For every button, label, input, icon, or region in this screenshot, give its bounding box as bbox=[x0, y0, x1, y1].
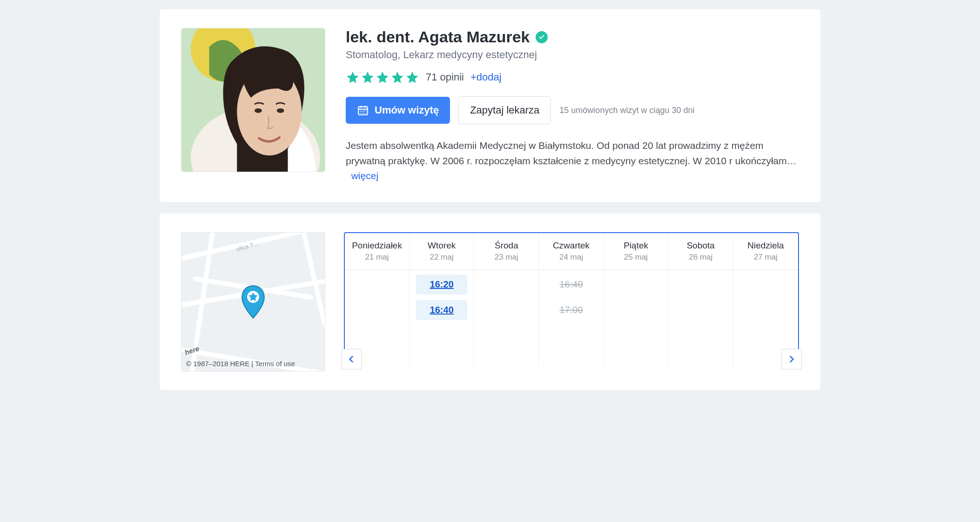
calendar-day-header: Sobota26 maj bbox=[669, 233, 733, 269]
book-appointment-button[interactable]: Umów wizytę bbox=[346, 97, 450, 124]
calendar-day-header: Poniedziałek21 maj bbox=[345, 233, 409, 269]
calendar-day-header: Wtorek22 maj bbox=[409, 233, 474, 269]
profile-card: lek. dent. Agata Mazurek Stomatolog, Lek… bbox=[160, 9, 820, 202]
visits-note: 15 umówionych wizyt w ciągu 30 dni bbox=[559, 106, 694, 115]
day-of-week: Sobota bbox=[671, 241, 731, 251]
day-of-week: Poniedziałek bbox=[347, 241, 407, 251]
star-rating bbox=[346, 70, 419, 84]
star-icon bbox=[346, 70, 360, 84]
calendar-next-button[interactable] bbox=[781, 349, 802, 369]
star-icon bbox=[361, 70, 375, 84]
day-date: 25 maj bbox=[606, 253, 666, 262]
time-slot[interactable]: 16:40 bbox=[416, 300, 467, 320]
svg-point-15 bbox=[362, 113, 363, 114]
specialty: Stomatolog, Lekarz medycyny estetycznej bbox=[346, 49, 799, 61]
calendar-day-column bbox=[604, 270, 669, 368]
star-icon bbox=[390, 70, 404, 84]
time-slot-unavailable: 17:00 bbox=[546, 300, 597, 320]
day-of-week: Piątek bbox=[606, 241, 666, 251]
chevron-right-icon bbox=[787, 355, 796, 364]
day-date: 26 maj bbox=[671, 253, 731, 262]
day-date: 22 maj bbox=[411, 253, 472, 262]
calendar-prev-button[interactable] bbox=[341, 349, 362, 369]
bio-text: Jestem absolwentką Akademii Medycznej w … bbox=[346, 140, 797, 166]
calendar-day-column: 16:2016:40 bbox=[409, 270, 474, 368]
day-date: 21 maj bbox=[347, 253, 407, 262]
day-of-week: Wtorek bbox=[411, 241, 472, 251]
star-icon bbox=[376, 70, 389, 84]
calendar-day-column bbox=[669, 270, 733, 368]
doctor-name: lek. dent. Agata Mazurek bbox=[346, 28, 530, 46]
verified-icon bbox=[536, 31, 548, 43]
svg-point-11 bbox=[361, 111, 362, 112]
map[interactable]: ulica T… here © 1987–2018 HERE | Terms o… bbox=[181, 232, 325, 372]
calendar-day-header: Niedziela27 maj bbox=[733, 233, 798, 269]
day-of-week: Czwartek bbox=[541, 241, 601, 251]
day-of-week: Środa bbox=[476, 241, 537, 251]
day-date: 27 maj bbox=[735, 253, 796, 262]
calendar-day-header: Piątek25 maj bbox=[604, 233, 669, 269]
avatar[interactable] bbox=[181, 28, 325, 172]
schedule-card: ulica T… here © 1987–2018 HERE | Terms o… bbox=[160, 214, 820, 390]
more-link[interactable]: więcej bbox=[351, 170, 378, 181]
svg-point-13 bbox=[364, 111, 365, 112]
book-appointment-label: Umów wizytę bbox=[375, 104, 439, 116]
time-slot[interactable]: 16:20 bbox=[416, 274, 467, 294]
star-icon bbox=[405, 70, 419, 84]
calendar-day-header: Środa23 maj bbox=[474, 233, 539, 269]
svg-point-16 bbox=[364, 113, 365, 114]
ask-doctor-button[interactable]: Zapytaj lekarza bbox=[458, 96, 551, 124]
calendar-day-header: Czwartek24 maj bbox=[539, 233, 604, 269]
day-date: 23 maj bbox=[476, 253, 537, 262]
time-slot-unavailable: 16:40 bbox=[546, 274, 597, 294]
svg-point-6 bbox=[277, 108, 284, 113]
svg-point-12 bbox=[362, 111, 363, 112]
svg-point-14 bbox=[361, 113, 362, 114]
reviews-count[interactable]: 71 opinii bbox=[426, 71, 464, 83]
day-of-week: Niedziela bbox=[735, 241, 796, 251]
calendar-day-column bbox=[474, 270, 539, 368]
calendar: Poniedziałek21 majWtorek22 majŚroda23 ma… bbox=[344, 232, 799, 368]
chevron-left-icon bbox=[347, 355, 356, 364]
bio: Jestem absolwentką Akademii Medycznej w … bbox=[346, 138, 799, 184]
map-attribution[interactable]: © 1987–2018 HERE | Terms of use bbox=[186, 360, 295, 368]
svg-point-5 bbox=[255, 108, 262, 113]
add-review-link[interactable]: +dodaj bbox=[470, 71, 502, 83]
calendar-day-column: 16:4017:00 bbox=[539, 270, 604, 368]
day-date: 24 maj bbox=[541, 253, 601, 262]
calendar-icon bbox=[357, 104, 369, 116]
